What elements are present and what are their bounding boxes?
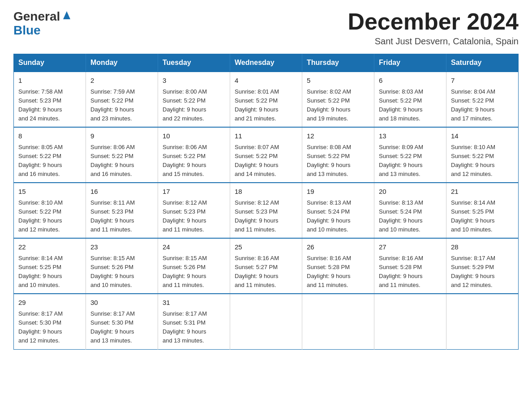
day-number: 14	[451, 131, 514, 141]
day-info: Sunrise: 8:16 AMSunset: 5:27 PMDaylight:…	[235, 254, 297, 290]
calendar-header: SundayMondayTuesdayWednesdayThursdayFrid…	[14, 54, 519, 72]
calendar-cell: 4Sunrise: 8:01 AMSunset: 5:22 PMDaylight…	[230, 72, 302, 127]
day-info: Sunrise: 8:01 AMSunset: 5:22 PMDaylight:…	[235, 87, 297, 124]
week-row-3: 15Sunrise: 8:10 AMSunset: 5:22 PMDayligh…	[14, 183, 519, 238]
calendar-body: 1Sunrise: 7:58 AMSunset: 5:23 PMDaylight…	[14, 72, 519, 349]
day-info: Sunrise: 8:16 AMSunset: 5:28 PMDaylight:…	[307, 254, 369, 290]
calendar-cell: 26Sunrise: 8:16 AMSunset: 5:28 PMDayligh…	[302, 238, 374, 294]
day-info: Sunrise: 8:12 AMSunset: 5:23 PMDaylight:…	[235, 198, 297, 235]
calendar-cell: 28Sunrise: 8:17 AMSunset: 5:29 PMDayligh…	[446, 238, 519, 294]
day-info: Sunrise: 8:06 AMSunset: 5:22 PMDaylight:…	[163, 143, 225, 179]
day-number: 8	[18, 131, 81, 141]
day-number: 6	[379, 76, 442, 86]
week-row-2: 8Sunrise: 8:05 AMSunset: 5:22 PMDaylight…	[14, 127, 519, 183]
day-info: Sunrise: 8:03 AMSunset: 5:22 PMDaylight:…	[379, 87, 442, 124]
day-number: 21	[451, 187, 514, 197]
day-info: Sunrise: 8:15 AMSunset: 5:26 PMDaylight:…	[163, 254, 225, 290]
calendar-cell	[302, 294, 374, 349]
day-number: 25	[235, 242, 297, 253]
calendar-table: SundayMondayTuesdayWednesdayThursdayFrid…	[13, 54, 519, 349]
day-info: Sunrise: 7:59 AMSunset: 5:22 PMDaylight:…	[90, 87, 153, 124]
calendar-cell: 17Sunrise: 8:12 AMSunset: 5:23 PMDayligh…	[158, 183, 230, 238]
calendar-cell: 29Sunrise: 8:17 AMSunset: 5:30 PMDayligh…	[14, 294, 86, 349]
day-info: Sunrise: 8:05 AMSunset: 5:22 PMDaylight:…	[18, 143, 81, 179]
calendar-cell: 19Sunrise: 8:13 AMSunset: 5:24 PMDayligh…	[302, 183, 374, 238]
calendar-cell	[446, 294, 519, 349]
day-number: 10	[163, 131, 225, 141]
day-number: 13	[379, 131, 442, 141]
calendar-cell: 3Sunrise: 8:00 AMSunset: 5:22 PMDaylight…	[158, 72, 230, 127]
day-number: 3	[163, 76, 225, 86]
day-number: 5	[307, 76, 369, 86]
calendar-cell: 23Sunrise: 8:15 AMSunset: 5:26 PMDayligh…	[86, 238, 158, 294]
day-number: 24	[163, 242, 225, 253]
logo-general-text: General	[13, 9, 60, 24]
calendar-cell: 5Sunrise: 8:02 AMSunset: 5:22 PMDaylight…	[302, 72, 374, 127]
day-number: 2	[90, 76, 153, 86]
day-number: 9	[90, 131, 153, 141]
day-number: 18	[235, 187, 297, 197]
calendar-cell: 25Sunrise: 8:16 AMSunset: 5:27 PMDayligh…	[230, 238, 302, 294]
calendar-cell: 12Sunrise: 8:08 AMSunset: 5:22 PMDayligh…	[302, 127, 374, 183]
day-number: 22	[18, 242, 81, 253]
day-info: Sunrise: 7:58 AMSunset: 5:23 PMDaylight:…	[18, 87, 81, 124]
calendar-cell: 21Sunrise: 8:14 AMSunset: 5:25 PMDayligh…	[446, 183, 519, 238]
day-info: Sunrise: 8:02 AMSunset: 5:22 PMDaylight:…	[307, 87, 369, 124]
day-number: 27	[379, 242, 442, 253]
day-info: Sunrise: 8:07 AMSunset: 5:22 PMDaylight:…	[235, 143, 297, 179]
day-info: Sunrise: 8:10 AMSunset: 5:22 PMDaylight:…	[451, 143, 514, 179]
location-title: Sant Just Desvern, Catalonia, Spain	[348, 36, 519, 47]
day-number: 11	[235, 131, 297, 141]
header-wednesday: Wednesday	[230, 54, 302, 72]
day-info: Sunrise: 8:00 AMSunset: 5:22 PMDaylight:…	[163, 87, 225, 124]
day-info: Sunrise: 8:14 AMSunset: 5:25 PMDaylight:…	[451, 198, 514, 235]
week-row-5: 29Sunrise: 8:17 AMSunset: 5:30 PMDayligh…	[14, 294, 519, 349]
calendar-cell: 1Sunrise: 7:58 AMSunset: 5:23 PMDaylight…	[14, 72, 86, 127]
day-info: Sunrise: 8:13 AMSunset: 5:24 PMDaylight:…	[379, 198, 442, 235]
header-friday: Friday	[374, 54, 446, 72]
day-info: Sunrise: 8:12 AMSunset: 5:23 PMDaylight:…	[163, 198, 225, 235]
calendar-cell: 15Sunrise: 8:10 AMSunset: 5:22 PMDayligh…	[14, 183, 86, 238]
calendar-cell	[374, 294, 446, 349]
svg-marker-0	[63, 11, 70, 19]
day-number: 26	[307, 242, 369, 253]
title-section: December 2024 Sant Just Desvern, Catalon…	[348, 9, 519, 47]
month-title: December 2024	[348, 9, 519, 34]
day-info: Sunrise: 8:17 AMSunset: 5:30 PMDaylight:…	[18, 309, 81, 346]
calendar-cell: 20Sunrise: 8:13 AMSunset: 5:24 PMDayligh…	[374, 183, 446, 238]
day-info: Sunrise: 8:17 AMSunset: 5:30 PMDaylight:…	[90, 309, 153, 346]
logo-blue-text: Blue	[13, 23, 72, 38]
day-info: Sunrise: 8:17 AMSunset: 5:31 PMDaylight:…	[163, 309, 225, 346]
day-number: 19	[307, 187, 369, 197]
day-info: Sunrise: 8:08 AMSunset: 5:22 PMDaylight:…	[307, 143, 369, 179]
calendar-cell: 7Sunrise: 8:04 AMSunset: 5:22 PMDaylight…	[446, 72, 519, 127]
header-tuesday: Tuesday	[158, 54, 230, 72]
day-info: Sunrise: 8:09 AMSunset: 5:22 PMDaylight:…	[379, 143, 442, 179]
day-info: Sunrise: 8:13 AMSunset: 5:24 PMDaylight:…	[307, 198, 369, 235]
calendar-cell: 10Sunrise: 8:06 AMSunset: 5:22 PMDayligh…	[158, 127, 230, 183]
day-info: Sunrise: 8:17 AMSunset: 5:29 PMDaylight:…	[451, 254, 514, 290]
calendar-cell: 11Sunrise: 8:07 AMSunset: 5:22 PMDayligh…	[230, 127, 302, 183]
day-info: Sunrise: 8:10 AMSunset: 5:22 PMDaylight:…	[18, 198, 81, 235]
day-info: Sunrise: 8:15 AMSunset: 5:26 PMDaylight:…	[90, 254, 153, 290]
week-row-4: 22Sunrise: 8:14 AMSunset: 5:25 PMDayligh…	[14, 238, 519, 294]
calendar-cell: 31Sunrise: 8:17 AMSunset: 5:31 PMDayligh…	[158, 294, 230, 349]
calendar-cell: 9Sunrise: 8:06 AMSunset: 5:22 PMDaylight…	[86, 127, 158, 183]
calendar-cell: 14Sunrise: 8:10 AMSunset: 5:22 PMDayligh…	[446, 127, 519, 183]
day-number: 1	[18, 76, 81, 86]
day-number: 31	[163, 298, 225, 308]
calendar-cell: 18Sunrise: 8:12 AMSunset: 5:23 PMDayligh…	[230, 183, 302, 238]
logo-triangle-icon	[62, 9, 72, 23]
day-number: 12	[307, 131, 369, 141]
header-thursday: Thursday	[302, 54, 374, 72]
page-header: General Blue December 2024 Sant Just Des…	[13, 9, 519, 47]
day-number: 30	[90, 298, 153, 308]
day-number: 28	[451, 242, 514, 253]
header-row: SundayMondayTuesdayWednesdayThursdayFrid…	[14, 54, 519, 72]
day-number: 7	[451, 76, 514, 86]
day-info: Sunrise: 8:16 AMSunset: 5:28 PMDaylight:…	[379, 254, 442, 290]
day-number: 20	[379, 187, 442, 197]
day-number: 4	[235, 76, 297, 86]
day-number: 16	[90, 187, 153, 197]
calendar-cell: 6Sunrise: 8:03 AMSunset: 5:22 PMDaylight…	[374, 72, 446, 127]
